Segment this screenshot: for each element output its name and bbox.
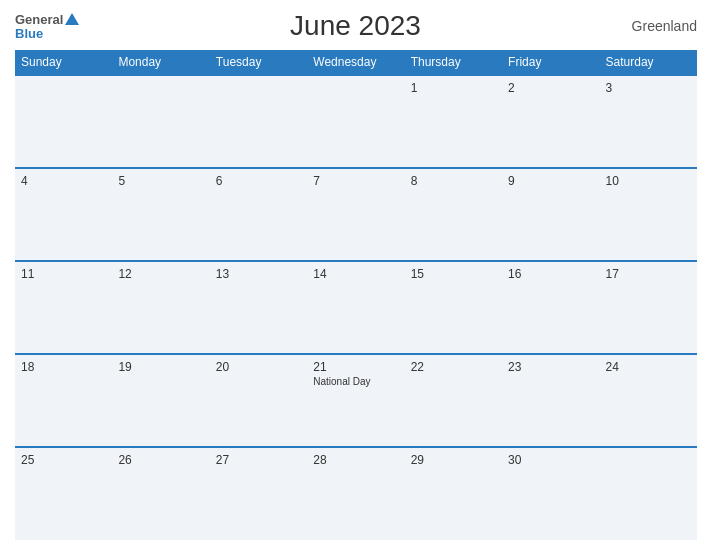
calendar-header: General Blue June 2023 Greenland <box>15 10 697 42</box>
weekday-header-row: Sunday Monday Tuesday Wednesday Thursday… <box>15 50 697 75</box>
calendar-cell <box>210 75 307 168</box>
calendar-cell: 20 <box>210 354 307 447</box>
calendar-cell <box>307 75 404 168</box>
day-number: 13 <box>216 267 229 281</box>
day-number: 26 <box>118 453 131 467</box>
calendar-cell: 30 <box>502 447 599 540</box>
header-friday: Friday <box>502 50 599 75</box>
calendar-week-row: 45678910 <box>15 168 697 261</box>
day-number: 7 <box>313 174 320 188</box>
calendar-cell: 22 <box>405 354 502 447</box>
calendar-cell: 18 <box>15 354 112 447</box>
calendar-container: General Blue June 2023 Greenland Sunday … <box>0 0 712 550</box>
event-text: National Day <box>313 376 398 387</box>
day-number: 21 <box>313 360 326 374</box>
calendar-cell: 15 <box>405 261 502 354</box>
day-number: 29 <box>411 453 424 467</box>
calendar-cell <box>15 75 112 168</box>
calendar-week-row: 252627282930 <box>15 447 697 540</box>
calendar-week-row: 11121314151617 <box>15 261 697 354</box>
calendar-cell: 21National Day <box>307 354 404 447</box>
calendar-cell: 13 <box>210 261 307 354</box>
day-number: 12 <box>118 267 131 281</box>
header-sunday: Sunday <box>15 50 112 75</box>
calendar-cell: 9 <box>502 168 599 261</box>
calendar-cell: 28 <box>307 447 404 540</box>
calendar-cell: 26 <box>112 447 209 540</box>
day-number: 17 <box>606 267 619 281</box>
day-number: 20 <box>216 360 229 374</box>
calendar-cell: 2 <box>502 75 599 168</box>
region-label: Greenland <box>632 18 697 34</box>
calendar-week-row: 123 <box>15 75 697 168</box>
day-number: 5 <box>118 174 125 188</box>
day-number: 10 <box>606 174 619 188</box>
day-number: 23 <box>508 360 521 374</box>
calendar-cell: 4 <box>15 168 112 261</box>
calendar-cell: 27 <box>210 447 307 540</box>
day-number: 19 <box>118 360 131 374</box>
calendar-cell: 12 <box>112 261 209 354</box>
day-number: 15 <box>411 267 424 281</box>
day-number: 11 <box>21 267 34 281</box>
header-tuesday: Tuesday <box>210 50 307 75</box>
day-number: 24 <box>606 360 619 374</box>
calendar-cell: 1 <box>405 75 502 168</box>
calendar-cell: 25 <box>15 447 112 540</box>
day-number: 14 <box>313 267 326 281</box>
header-saturday: Saturday <box>600 50 697 75</box>
calendar-cell: 14 <box>307 261 404 354</box>
day-number: 30 <box>508 453 521 467</box>
calendar-cell <box>600 447 697 540</box>
calendar-cell: 16 <box>502 261 599 354</box>
calendar-cell: 3 <box>600 75 697 168</box>
day-number: 22 <box>411 360 424 374</box>
header-monday: Monday <box>112 50 209 75</box>
calendar-cell: 11 <box>15 261 112 354</box>
header-thursday: Thursday <box>405 50 502 75</box>
calendar-cell <box>112 75 209 168</box>
day-number: 27 <box>216 453 229 467</box>
logo-triangle-icon <box>65 13 79 25</box>
header-wednesday: Wednesday <box>307 50 404 75</box>
calendar-cell: 7 <box>307 168 404 261</box>
calendar-cell: 19 <box>112 354 209 447</box>
day-number: 18 <box>21 360 34 374</box>
day-number: 4 <box>21 174 28 188</box>
calendar-table: Sunday Monday Tuesday Wednesday Thursday… <box>15 50 697 540</box>
day-number: 9 <box>508 174 515 188</box>
calendar-cell: 23 <box>502 354 599 447</box>
calendar-week-row: 18192021National Day222324 <box>15 354 697 447</box>
month-title: June 2023 <box>290 10 421 42</box>
calendar-cell: 6 <box>210 168 307 261</box>
day-number: 28 <box>313 453 326 467</box>
day-number: 3 <box>606 81 613 95</box>
calendar-cell: 29 <box>405 447 502 540</box>
logo-blue: Blue <box>15 27 79 40</box>
day-number: 16 <box>508 267 521 281</box>
logo: General Blue <box>15 13 79 40</box>
logo-general: General <box>15 13 63 26</box>
calendar-cell: 24 <box>600 354 697 447</box>
calendar-cell: 10 <box>600 168 697 261</box>
day-number: 8 <box>411 174 418 188</box>
day-number: 2 <box>508 81 515 95</box>
day-number: 1 <box>411 81 418 95</box>
calendar-cell: 17 <box>600 261 697 354</box>
calendar-cell: 5 <box>112 168 209 261</box>
day-number: 6 <box>216 174 223 188</box>
calendar-cell: 8 <box>405 168 502 261</box>
day-number: 25 <box>21 453 34 467</box>
